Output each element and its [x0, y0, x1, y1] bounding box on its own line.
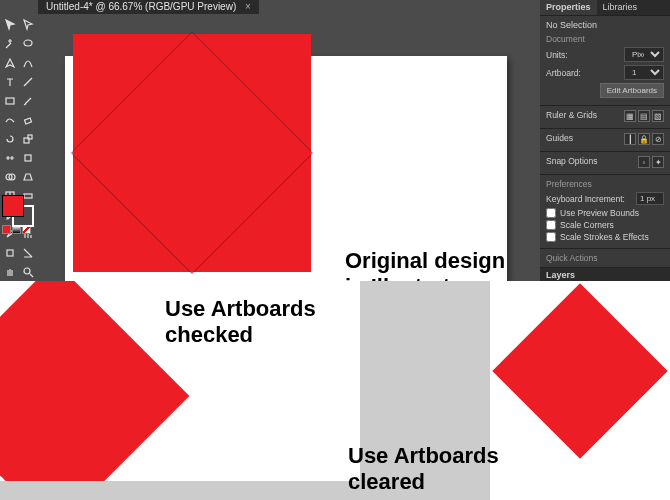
guides-clear-icon[interactable]: ⊘ — [652, 133, 664, 145]
ruler-grids-label: Ruler & Grids — [546, 110, 597, 122]
use-preview-bounds-checkbox[interactable] — [546, 208, 556, 218]
caption-original: Original design in Illustrator — [345, 248, 505, 281]
ruler-icon[interactable]: ▦ — [624, 110, 636, 122]
keyboard-increment-input[interactable] — [636, 192, 664, 205]
shaper-tool-icon[interactable] — [2, 111, 19, 129]
direct-selection-tool-icon[interactable] — [20, 16, 37, 34]
edit-artboards-button[interactable]: Edit Artboards — [600, 83, 664, 98]
zoom-tool-icon[interactable] — [20, 263, 37, 281]
illustrator-window: Untitled-4* @ 66.67% (RGB/GPU Preview) × — [0, 0, 670, 281]
red-diamond-clipped — [0, 281, 189, 481]
hand-tool-icon[interactable] — [2, 263, 19, 281]
magic-wand-tool-icon[interactable] — [2, 35, 19, 53]
scale-strokes-checkbox[interactable] — [546, 232, 556, 242]
units-select[interactable]: Pixels — [624, 47, 664, 62]
scale-corners-checkbox[interactable] — [546, 220, 556, 230]
transparency-grid-icon[interactable]: ▧ — [652, 110, 664, 122]
layers-header[interactable]: Layers — [540, 268, 670, 281]
quick-actions-label: Quick Actions — [546, 253, 664, 263]
svg-point-0 — [24, 40, 32, 46]
panel-tabs: Properties Libraries — [540, 0, 670, 16]
shape-builder-tool-icon[interactable] — [2, 168, 19, 186]
preferences-label: Preferences — [546, 179, 664, 189]
document-tab[interactable]: Untitled-4* @ 66.67% (RGB/GPU Preview) × — [38, 0, 259, 14]
caption-checked: Use Artboards checked — [165, 296, 316, 349]
free-transform-tool-icon[interactable] — [20, 149, 37, 167]
fill-swatch[interactable] — [2, 195, 24, 217]
export-artboards-cleared — [490, 281, 670, 500]
slice-tool-icon[interactable] — [20, 244, 37, 262]
canvas-area[interactable]: Original design in Illustrator — [38, 14, 540, 281]
selection-status: No Selection — [546, 20, 664, 30]
document-section-title: Document — [546, 34, 664, 44]
guides-lock-icon[interactable]: 🔒 — [638, 133, 650, 145]
width-tool-icon[interactable] — [2, 149, 19, 167]
svg-point-13 — [24, 268, 30, 274]
paintbrush-tool-icon[interactable] — [20, 92, 37, 110]
type-tool-icon[interactable] — [2, 73, 19, 91]
artboard-tool-icon[interactable] — [2, 244, 19, 262]
export-artboards-checked: Use Artboards checked — [0, 281, 360, 481]
red-diamond-shape[interactable] — [73, 34, 311, 272]
eraser-tool-icon[interactable] — [20, 111, 37, 129]
units-label: Units: — [546, 50, 568, 60]
export-comparison: Use Artboards checked Use Artboards clea… — [0, 281, 670, 500]
selection-tool-icon[interactable] — [2, 16, 19, 34]
lasso-tool-icon[interactable] — [20, 35, 37, 53]
tab-libraries[interactable]: Libraries — [597, 0, 644, 15]
grid-icon[interactable]: ▤ — [638, 110, 650, 122]
red-diamond-full — [492, 283, 667, 458]
caption-cleared: Use Artboards cleared — [348, 443, 499, 496]
artboard-select[interactable]: 1 — [624, 65, 664, 80]
document-title: Untitled-4* @ 66.67% (RGB/GPU Preview) — [46, 1, 236, 12]
snap-options-label: Snap Options — [546, 156, 598, 168]
scale-tool-icon[interactable] — [20, 130, 37, 148]
curvature-tool-icon[interactable] — [20, 54, 37, 72]
rotate-tool-icon[interactable] — [2, 130, 19, 148]
close-icon[interactable]: × — [245, 1, 251, 12]
layers-panel: Layers 👁 ▸ Layer 1 ○ — [540, 267, 670, 281]
tab-properties[interactable]: Properties — [540, 0, 597, 15]
pen-tool-icon[interactable] — [2, 54, 19, 72]
svg-rect-12 — [7, 250, 13, 256]
rectangle-tool-icon[interactable] — [2, 92, 19, 110]
guides-label: Guides — [546, 133, 573, 145]
toolbox — [0, 14, 38, 274]
keyboard-increment-label: Keyboard Increment: — [546, 194, 625, 204]
artboard-label: Artboard: — [546, 68, 581, 78]
snap-point-icon[interactable]: ✦ — [652, 156, 664, 168]
svg-rect-1 — [6, 98, 14, 104]
snap-pixel-icon[interactable]: ▫ — [638, 156, 650, 168]
perspective-tool-icon[interactable] — [20, 168, 37, 186]
color-mode-solid-icon[interactable] — [2, 225, 11, 234]
svg-rect-5 — [25, 155, 31, 161]
properties-panel: Properties Libraries No Selection Docume… — [540, 0, 670, 281]
svg-rect-2 — [24, 118, 31, 124]
line-tool-icon[interactable] — [20, 73, 37, 91]
color-swatch-area[interactable] — [2, 195, 36, 217]
guides-show-icon[interactable]: ┃ — [624, 133, 636, 145]
